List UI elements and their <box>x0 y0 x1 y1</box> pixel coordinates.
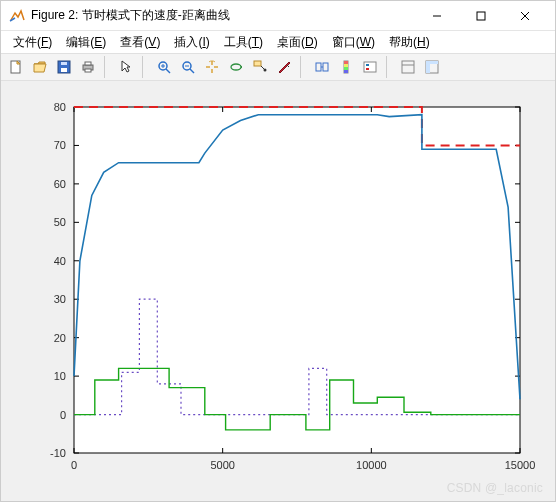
menu-tools[interactable]: 工具(T) <box>218 32 269 53</box>
menubar: 文件(F) 编辑(E) 查看(V) 插入(I) 工具(T) 桌面(D) 窗口(W… <box>1 31 555 53</box>
window-title: Figure 2: 节时模式下的速度-距离曲线 <box>31 7 415 24</box>
toolbar-separator <box>386 56 392 78</box>
brush-button[interactable] <box>273 56 295 78</box>
svg-text:40: 40 <box>54 255 66 267</box>
svg-text:80: 80 <box>54 101 66 113</box>
svg-rect-30 <box>364 62 376 72</box>
matlab-icon <box>9 8 25 24</box>
toolbar-separator <box>104 56 110 78</box>
svg-line-16 <box>190 69 194 73</box>
toolbar <box>1 53 555 81</box>
pointer-button[interactable] <box>115 56 137 78</box>
axes[interactable]: 050001000015000-1001020304050607080 <box>18 95 538 487</box>
hide-tools-button[interactable] <box>397 56 419 78</box>
colorbar-button[interactable] <box>335 56 357 78</box>
svg-rect-28 <box>344 67 348 70</box>
show-tools-button[interactable] <box>421 56 443 78</box>
figure-window: Figure 2: 节时模式下的速度-距离曲线 文件(F) 编辑(E) 查看(V… <box>0 0 556 502</box>
svg-text:30: 30 <box>54 293 66 305</box>
close-button[interactable] <box>503 2 547 30</box>
zoom-out-button[interactable] <box>177 56 199 78</box>
svg-rect-1 <box>477 12 485 20</box>
toolbar-separator <box>300 56 306 78</box>
svg-rect-22 <box>316 63 321 71</box>
zoom-in-button[interactable] <box>153 56 175 78</box>
svg-text:70: 70 <box>54 139 66 151</box>
svg-rect-26 <box>344 61 348 64</box>
svg-rect-6 <box>61 68 67 72</box>
menu-edit[interactable]: 编辑(E) <box>60 32 112 53</box>
titlebar: Figure 2: 节时模式下的速度-距离曲线 <box>1 1 555 31</box>
print-button[interactable] <box>77 56 99 78</box>
toolbar-separator <box>142 56 148 78</box>
link-button[interactable] <box>311 56 333 78</box>
svg-text:20: 20 <box>54 332 66 344</box>
maximize-button[interactable] <box>459 2 503 30</box>
figure-area: 050001000015000-1001020304050607080 CSDN… <box>1 81 555 501</box>
svg-rect-27 <box>344 64 348 67</box>
svg-rect-33 <box>402 61 414 73</box>
svg-rect-9 <box>85 62 91 65</box>
window-controls <box>415 2 547 30</box>
save-button[interactable] <box>53 56 75 78</box>
menu-window[interactable]: 窗口(W) <box>326 32 381 53</box>
svg-rect-36 <box>426 61 438 64</box>
svg-text:10: 10 <box>54 370 66 382</box>
menu-desktop[interactable]: 桌面(D) <box>271 32 324 53</box>
svg-rect-38 <box>74 107 520 453</box>
pan-button[interactable] <box>201 56 223 78</box>
svg-text:15000: 15000 <box>505 459 536 471</box>
svg-rect-19 <box>254 61 261 66</box>
svg-point-18 <box>231 64 241 70</box>
svg-text:0: 0 <box>60 409 66 421</box>
menu-file[interactable]: 文件(F) <box>7 32 58 53</box>
svg-text:0: 0 <box>71 459 77 471</box>
datacursor-button[interactable] <box>249 56 271 78</box>
legend-button[interactable] <box>359 56 381 78</box>
svg-text:10000: 10000 <box>356 459 387 471</box>
svg-rect-10 <box>85 69 91 72</box>
svg-rect-37 <box>426 64 430 73</box>
svg-line-12 <box>166 69 170 73</box>
menu-view[interactable]: 查看(V) <box>114 32 166 53</box>
svg-text:50: 50 <box>54 216 66 228</box>
svg-rect-7 <box>61 62 67 65</box>
svg-rect-29 <box>344 70 348 73</box>
svg-text:60: 60 <box>54 178 66 190</box>
watermark: CSDN @_laconic <box>447 481 543 495</box>
svg-rect-23 <box>323 63 328 71</box>
new-figure-button[interactable] <box>5 56 27 78</box>
menu-insert[interactable]: 插入(I) <box>168 32 215 53</box>
rotate3d-button[interactable] <box>225 56 247 78</box>
open-button[interactable] <box>29 56 51 78</box>
minimize-button[interactable] <box>415 2 459 30</box>
menu-help[interactable]: 帮助(H) <box>383 32 436 53</box>
svg-text:5000: 5000 <box>210 459 234 471</box>
svg-text:-10: -10 <box>50 447 66 459</box>
svg-point-21 <box>264 69 267 72</box>
